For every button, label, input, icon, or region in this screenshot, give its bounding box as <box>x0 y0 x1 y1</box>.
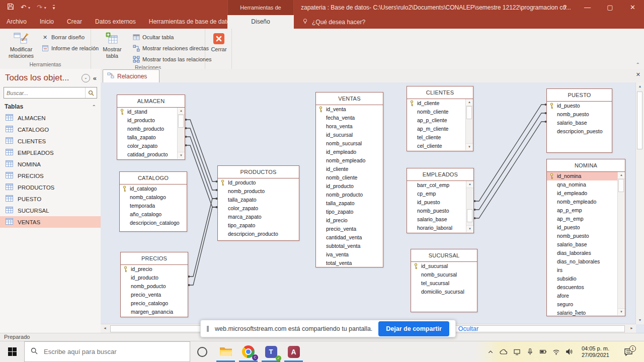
tray-chevron-up-icon[interactable] <box>487 348 494 355</box>
field-row-id-puesto[interactable]: id_puesto <box>547 102 612 110</box>
scroll-down-icon[interactable]: ▼ <box>466 225 473 232</box>
field-row-id-sucursal[interactable]: id_sucursal <box>316 131 383 139</box>
field-row-id-empleado[interactable]: id_empleado <box>316 148 383 156</box>
relationship-line-8[interactable] <box>474 121 547 219</box>
field-row-nomb-producto[interactable]: nomb_producto <box>316 191 383 199</box>
table-empleados[interactable]: EMPLEADOSbarr_col_empcp_empid_puestonomb… <box>407 168 474 233</box>
relationship-line-4[interactable] <box>188 198 218 278</box>
table-header[interactable]: VENTAS <box>316 93 383 105</box>
table-ventas[interactable]: VENTASid_ventafecha_ventahora_ventaid_su… <box>315 92 383 267</box>
taskbar-clock[interactable]: 04:05 p. m. 27/09/2021 <box>579 345 612 358</box>
ocultar-tabla-button[interactable]: Ocultar tabla <box>132 33 212 42</box>
relationship-line-5[interactable] <box>188 206 218 286</box>
stop-sharing-button[interactable]: Dejar de compartir <box>378 321 449 336</box>
field-row-margen-ganancia[interactable]: margen_ganancia <box>121 308 188 316</box>
table-header[interactable]: CLIENTES <box>407 86 473 99</box>
field-row-nomb-empleado[interactable]: nomb_empleado <box>547 198 618 206</box>
field-row-nomb-catalogo[interactable]: nomb_catalogo <box>120 193 187 202</box>
field-row-marca-zapato[interactable]: marca_zapato <box>218 213 299 221</box>
table-scrollbar[interactable]: ▲▼ <box>177 108 185 159</box>
wifi-icon[interactable] <box>552 348 560 355</box>
field-row-dias-laborales[interactable]: dias_laborales <box>547 249 618 257</box>
field-row-subsidio[interactable]: subsidio <box>547 275 618 283</box>
field-row-descripcion-catalogo[interactable]: descripcion_catalogo <box>120 219 187 227</box>
field-row-cantidad-venta[interactable]: cantidad_venta <box>316 233 383 242</box>
ribbon-tab-archivo[interactable]: Archivo <box>0 15 33 29</box>
action-center-button[interactable]: 1 <box>618 348 639 356</box>
onedrive-cloud-icon[interactable] <box>500 348 508 355</box>
field-row-tel-cliente[interactable]: tel_cliente <box>407 133 466 142</box>
scroll-up-icon[interactable]: ▲ <box>466 181 473 188</box>
relationships-canvas[interactable]: ↕ ALMACENid_standid_productonomb_product… <box>101 82 636 324</box>
table-clientes[interactable]: CLIENTESid_clientenomb_clienteap_p_clien… <box>407 86 473 151</box>
field-row-año-catalogo[interactable]: año_catalogo <box>120 210 187 219</box>
scroll-up-icon[interactable]: ▲ <box>618 172 625 179</box>
field-row-precio-catalogo[interactable]: precio_catalogo <box>121 299 188 308</box>
sidebar-item-empleados[interactable]: EMPLEADOS <box>0 147 101 158</box>
table-header[interactable]: ALMACEN <box>117 95 185 108</box>
field-row-tipo-zapato[interactable]: tipo_zapato <box>316 208 383 216</box>
field-row-color-zapato[interactable]: color_zapato <box>117 142 178 150</box>
scroll-left-icon[interactable]: ◄ <box>101 324 109 333</box>
field-row-nomb-sucursal[interactable]: nomb_sucursal <box>316 139 383 148</box>
field-row-barr-col-emp[interactable]: barr_col_emp <box>407 181 466 190</box>
field-row-id-producto[interactable]: id_producto <box>117 116 178 125</box>
nav-pane-shutter-icon[interactable]: « <box>93 74 97 82</box>
undo-dropdown-icon[interactable]: ▾ <box>28 6 30 10</box>
field-row-id-producto[interactable]: Id_producto <box>218 178 299 187</box>
chrome-button[interactable]: C <box>237 341 260 362</box>
scroll-up-icon[interactable]: ▲ <box>466 99 473 106</box>
sidebar-item-productos[interactable]: PRODUCTOS <box>0 182 101 193</box>
field-row-dias-no-laborales[interactable]: dias_no_laborales <box>547 257 618 266</box>
field-row-nomb-poducto[interactable]: nomb_poducto <box>121 282 188 291</box>
vertical-scroll-thumb[interactable] <box>637 92 642 149</box>
field-row-nomb-cliente[interactable]: nomb_cliente <box>407 108 466 116</box>
field-row-cp-emp[interactable]: cp_emp <box>407 190 466 198</box>
relaciones-directas-button[interactable]: Mostrar relaciones directas <box>132 44 212 53</box>
borrar-diseno-button[interactable]: ✕ Borrar diseño <box>41 33 99 42</box>
field-row-talla-zapato[interactable]: talla_zapato <box>218 196 299 204</box>
todas-relaciones-button[interactable]: Mostrar todas las relaciones <box>132 55 212 64</box>
teams-button[interactable]: T ✓ <box>260 341 282 362</box>
field-row-hora-venta[interactable]: hora_venta <box>316 122 383 131</box>
field-row-id-puesto[interactable]: id_puesto <box>407 198 466 207</box>
scroll-down-icon[interactable]: ▼ <box>636 316 644 324</box>
nav-search-input[interactable] <box>4 90 85 96</box>
modificar-relaciones-button[interactable]: Modificar relaciones <box>4 31 38 59</box>
minimize-button[interactable]: — <box>576 0 599 15</box>
field-row-id-stand[interactable]: id_stand <box>117 108 178 116</box>
scroll-thumb[interactable] <box>467 209 472 222</box>
field-row-talla-zapato[interactable]: talla_zapato <box>316 199 383 208</box>
file-explorer-button[interactable] <box>214 341 237 362</box>
scroll-thumb[interactable] <box>618 179 624 192</box>
sidebar-item-catalogo[interactable]: CATALOGO <box>0 124 101 135</box>
field-row-subtotal-venta[interactable]: subtotal_venta <box>316 242 383 250</box>
table-scrollbar[interactable]: ▲▼ <box>465 99 473 150</box>
relationship-line-7[interactable] <box>474 112 547 211</box>
table-header[interactable]: EMPLEADOS <box>407 168 473 181</box>
nav-pane-menu-icon[interactable]: ⌄ <box>82 74 90 82</box>
field-row-ap-p-cliente[interactable]: ap_p_cliente <box>407 116 466 125</box>
field-row-id-venta[interactable]: id_venta <box>316 105 383 114</box>
save-icon[interactable] <box>7 3 14 12</box>
access-button[interactable]: A <box>282 341 305 362</box>
ribbon-tab-inicio[interactable]: Inicio <box>33 15 60 29</box>
field-row-precio-venta[interactable]: precio_venta <box>121 291 188 299</box>
field-row-ap-m-emp[interactable]: ap_m_emp <box>547 215 618 223</box>
volume-icon[interactable] <box>566 348 573 355</box>
field-row-salario-base[interactable]: salario_base <box>547 119 612 127</box>
scroll-down-icon[interactable]: ▼ <box>618 308 625 315</box>
sidebar-item-ventas[interactable]: VENTAS <box>0 216 101 228</box>
field-row-salario-neto[interactable]: salario_neto <box>547 309 618 317</box>
nav-section-tablas[interactable]: Tablas ⌃ <box>0 101 101 112</box>
close-document-icon[interactable]: ✕ <box>636 72 640 77</box>
microphone-icon[interactable] <box>526 348 534 355</box>
field-row-ap-p-emp[interactable]: ap_p_emp <box>547 206 618 215</box>
table-header[interactable]: NOMINA <box>547 159 625 172</box>
table-precios[interactable]: PRECIOSid_precioid_productonomb_poductop… <box>120 252 188 317</box>
table-sucursal[interactable]: SUCURSALid_sucursalnomb_sucursaltel_sucu… <box>411 249 477 312</box>
table-header[interactable]: CATALOGO <box>120 172 187 185</box>
customize-qat-icon[interactable]: ▾ <box>53 5 55 11</box>
field-row-domicilio-sucursal[interactable]: domicilio_sucursal <box>411 288 477 296</box>
field-row-irs[interactable]: irs <box>547 266 618 275</box>
